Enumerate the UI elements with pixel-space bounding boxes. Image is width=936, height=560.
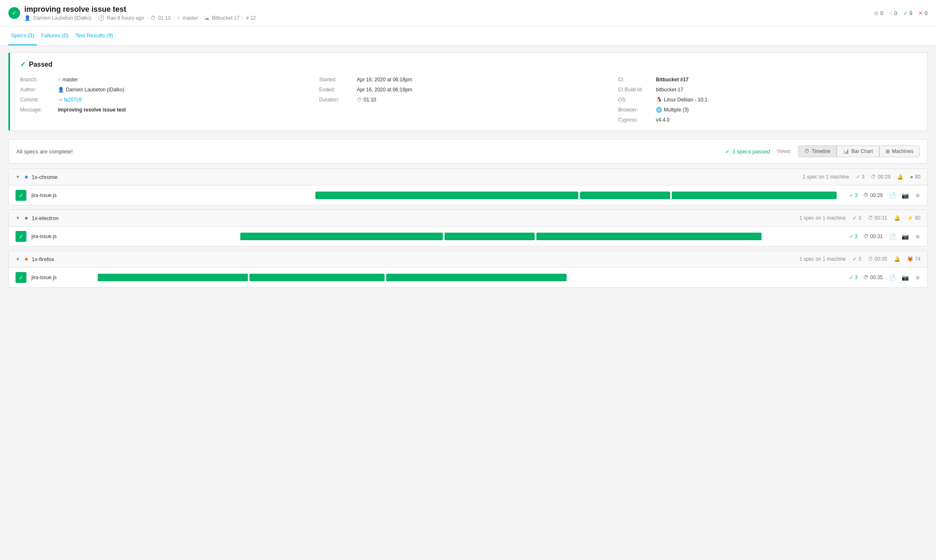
spec-check-badge: ✓ — [16, 231, 26, 242]
spec-duration: 00:31 — [870, 233, 883, 239]
timeline-bar-0 — [98, 274, 248, 281]
commit-item: Commit: ⇢fa207c9 — [20, 97, 319, 103]
browser-header-firefox: ▼ ● 1x-firefox 1 spec on 1 machine ✓ 3 ⏱… — [9, 251, 927, 267]
specs-completion-bar: All specs are complete! ✓ 3 specs passed… — [8, 139, 928, 163]
meta-grid: Branch: ⑂master Author: 👤Damien Laubeton… — [20, 77, 917, 123]
duration-meta-icon: ⏱ — [357, 97, 362, 103]
browser-duration: 00:29 — [878, 174, 890, 180]
spec-stats: ✓ 3 ⏱ 00:29 📄 📷 ⏺ — [849, 192, 920, 199]
spec-pass-count: ✓ 3 — [849, 192, 858, 198]
browser-pass-count: 3 — [858, 256, 861, 262]
browser-pass-icon: ✓ — [853, 256, 857, 262]
browser-icon: 🦊 — [907, 256, 913, 262]
branch-label: Branch: — [20, 77, 58, 83]
file-icon[interactable]: 📄 — [889, 192, 896, 199]
branch-icon: ⑂ — [177, 15, 180, 21]
collapse-icon[interactable]: ▼ — [16, 257, 20, 262]
ci-label: CI: — [618, 77, 656, 83]
bell-icon: 🔔 — [897, 174, 903, 180]
file-icon[interactable]: 📄 — [889, 274, 896, 281]
os-icon: 🐧 — [656, 97, 662, 103]
page-title: improving resolve issue test — [24, 5, 256, 14]
pass-stat: ✓ 9 — [903, 10, 913, 16]
machine-info: 1 spec on 1 machine — [799, 215, 846, 221]
browser-duration-stat: ⏱ 00:35 — [868, 256, 887, 262]
bell-icon: 🔔 — [894, 215, 900, 221]
browser-header-stats: 1 spec on 1 machine ✓ 3 ⏱ 00:29 🔔 ● 80 — [803, 174, 920, 180]
browser-name-block: ● 1x-electron — [24, 214, 59, 222]
specs-bar-right: ✓ 3 specs passed Views: ⏱ Timeline 📊 Bar… — [725, 145, 920, 157]
browser-emoji-icon: ● — [24, 255, 29, 263]
collapse-icon[interactable]: ▼ — [16, 174, 20, 179]
browser-score-value: 80 — [915, 215, 920, 221]
pass-count: 9 — [910, 10, 913, 16]
collapse-icon[interactable]: ▼ — [16, 215, 20, 220]
browser-pass-stat: ✓ 3 — [856, 174, 865, 180]
screenshot-icon[interactable]: 📷 — [902, 233, 909, 240]
spec-check-badge: ✓ — [16, 190, 26, 201]
spec-duration-icon: ⏱ — [863, 275, 868, 280]
timeline-bar-0 — [315, 192, 578, 199]
browser-section-firefox: ▼ ● 1x-firefox 1 spec on 1 machine ✓ 3 ⏱… — [8, 251, 928, 288]
tab-specs[interactable]: Specs (3) — [8, 26, 37, 45]
meta-col-1: Branch: ⑂master Author: 👤Damien Laubeton… — [20, 77, 319, 123]
machines-view-button[interactable]: ⊞ Machines — [879, 145, 920, 157]
ended-value: Apr 16, 2020 at 06:19pm — [357, 87, 412, 93]
browser-meta-icon: 🌐 — [656, 107, 662, 113]
machines-icon: ⊞ — [886, 148, 890, 154]
commit-link[interactable]: fa207c9 — [64, 97, 82, 103]
spec-name: jira-issue.js — [31, 275, 82, 280]
duration-value: ⏱01:10 — [357, 97, 376, 103]
browser-section-chrome: ▼ ● 1x-chrome 1 spec on 1 machine ✓ 3 ⏱ … — [8, 169, 928, 205]
pass-card-header: ✓ Passed — [20, 60, 917, 68]
timeline-bar-2 — [386, 274, 567, 281]
author-value: 👤Damien Laubeton (iDalko) — [58, 87, 124, 93]
bar-chart-icon: 📊 — [843, 148, 849, 154]
author-meta-icon: 👤 — [58, 87, 64, 93]
tab-test-results[interactable]: Test Results (9) — [73, 26, 115, 45]
timeline-icon: ⏱ — [804, 148, 809, 154]
browser-section-electron: ▼ ● 1x-electron 1 spec on 1 machine ✓ 3 … — [8, 210, 928, 246]
browser-item: Browser: 🌐Multiple (3) — [618, 107, 917, 113]
duration-icon: ⏱ — [151, 15, 156, 21]
spec-check-badge: ✓ — [16, 272, 26, 283]
screenshot-icon[interactable]: 📷 — [902, 192, 909, 199]
screenshot-icon[interactable]: 📷 — [902, 274, 909, 281]
skip-stat: ⊘ 0 — [874, 10, 883, 16]
file-icon[interactable]: 📄 — [889, 233, 896, 240]
browser-header-stats: 1 spec on 1 machine ✓ 3 ⏱ 00:35 🔔 🦊 74 — [799, 256, 920, 262]
cypress-label: Cypress: — [618, 117, 656, 123]
timeline-bar-0 — [240, 233, 443, 240]
header-author: Damien Laubeton (iDalko) — [33, 15, 91, 21]
header-ran: Ran 8 hours ago — [107, 15, 144, 21]
spec-timeline — [90, 191, 841, 200]
browser-name: 1x-chrome — [32, 174, 57, 180]
branch-item: Branch: ⑂master — [20, 77, 319, 83]
spec-name: jira-issue.js — [31, 233, 82, 239]
browser-pass-icon: ✓ — [856, 174, 860, 180]
bar-chart-view-button[interactable]: 📊 Bar Chart — [837, 145, 879, 157]
ci-value: Bitbucket #17 — [656, 77, 689, 83]
os-item: OS: 🐧Linux Debian - 10.1 — [618, 97, 917, 103]
video-icon[interactable]: ⏺ — [915, 274, 920, 281]
browsers-container: ▼ ● 1x-chrome 1 spec on 1 machine ✓ 3 ⏱ … — [8, 169, 928, 288]
spec-pass-count: ✓ 3 — [849, 233, 858, 239]
video-icon[interactable]: ⏺ — [915, 233, 920, 240]
browser-pass-count: 3 — [858, 215, 861, 221]
timeline-view-button[interactable]: ⏱ Timeline — [798, 145, 837, 157]
browser-duration-stat: ⏱ 00:29 — [871, 174, 890, 180]
fail-icon: ✕ — [918, 10, 923, 16]
ci-build-item: CI Build Id: bitbucket-17 — [618, 87, 917, 93]
video-icon[interactable]: ⏺ — [915, 192, 920, 199]
pass-status-label: Passed — [29, 61, 52, 68]
spec-pass-icon: ✓ — [849, 275, 853, 280]
skip-count: 0 — [880, 10, 883, 16]
spec-pass-num: 3 — [855, 233, 858, 239]
browser-header-electron: ▼ ● 1x-electron 1 spec on 1 machine ✓ 3 … — [9, 210, 927, 226]
main-content: ✓ Passed Branch: ⑂master Author: 👤Damien… — [0, 46, 936, 298]
message-value: improving resolve issue test — [58, 107, 126, 113]
tab-failures[interactable]: Failures (0) — [39, 26, 71, 45]
browser-duration-stat: ⏱ 00:31 — [868, 215, 887, 221]
pass-check-icon: ✓ — [20, 60, 26, 68]
author-label: Author: — [20, 87, 58, 93]
